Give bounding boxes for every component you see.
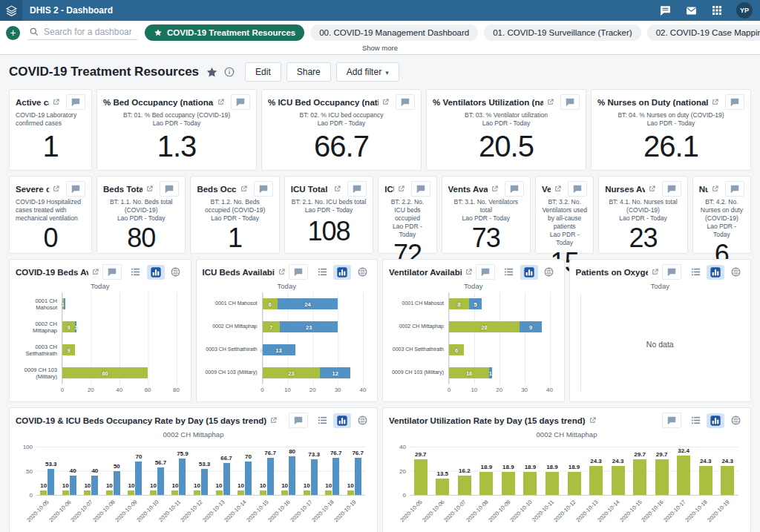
open-in-data-visualizer-icon[interactable] [278,268,286,276]
bar-segment[interactable] [64,298,65,309]
open-in-data-visualizer-icon[interactable] [651,268,659,276]
table-view-icon[interactable] [313,265,331,280]
bar[interactable] [458,476,471,495]
comment-icon[interactable] [560,94,580,110]
bar[interactable] [238,490,244,496]
comment-icon[interactable] [662,413,681,428]
open-in-data-visualizer-icon[interactable] [554,185,562,193]
table-view-icon[interactable] [500,265,518,280]
bar[interactable] [289,456,295,495]
bar[interactable] [633,459,646,495]
map-view-icon[interactable] [727,265,744,280]
open-in-data-visualizer-icon[interactable] [465,268,473,276]
bar[interactable] [677,456,690,495]
comment-icon[interactable] [725,94,744,110]
bar[interactable] [721,466,734,495]
open-in-data-visualizer-icon[interactable] [52,185,60,193]
dhis2-logo-icon[interactable] [0,0,22,21]
map-view-icon[interactable] [353,265,371,280]
bar[interactable] [546,472,559,495]
star-favorite-icon[interactable] [206,66,218,79]
bar-segment[interactable]: 8 [449,298,469,309]
bar[interactable] [40,490,47,496]
bar[interactable] [267,458,274,495]
bar[interactable] [260,490,266,496]
open-in-data-visualizer-icon[interactable] [397,185,405,193]
bar[interactable] [479,472,493,495]
bar[interactable] [62,490,69,496]
chart-view-icon[interactable] [333,413,351,428]
open-in-data-visualizer-icon[interactable] [52,98,60,106]
bar[interactable] [135,462,142,496]
comment-icon[interactable] [396,94,415,110]
chart-view-icon[interactable] [707,265,724,280]
bar-segment[interactable]: 1 [489,367,491,378]
messages-icon[interactable] [684,4,698,17]
chart-view-icon[interactable] [147,265,165,280]
map-view-icon[interactable] [353,413,371,428]
bar[interactable] [48,469,54,495]
open-in-data-visualizer-icon[interactable] [269,416,278,424]
chart-view-icon[interactable] [707,413,724,428]
bar[interactable] [171,490,178,496]
open-in-data-visualizer-icon[interactable] [381,98,390,106]
open-in-data-visualizer-icon[interactable] [491,185,499,193]
add-dashboard-button[interactable]: + [6,26,20,40]
bar[interactable] [91,476,98,495]
comment-icon[interactable] [231,94,250,110]
user-avatar[interactable]: YP [736,2,753,19]
open-in-data-visualizer-icon[interactable] [546,98,554,106]
comment-icon[interactable] [568,181,587,197]
comment-icon[interactable] [505,181,524,197]
bar[interactable] [568,472,581,495]
comment-icon[interactable] [160,181,179,197]
bar[interactable] [304,490,310,496]
comment-icon[interactable] [289,264,308,280]
bar[interactable] [128,490,134,496]
comment-icon[interactable] [102,264,122,280]
bar[interactable] [70,476,76,495]
bar[interactable] [106,490,113,496]
chart-view-icon[interactable] [333,265,351,280]
bar[interactable] [325,490,332,496]
bar[interactable] [502,472,515,495]
bar-segment[interactable]: 6 [263,298,278,309]
dashboard-chip[interactable]: 01. COVID-19 Surveillance (Tracker) [484,24,641,41]
bar-segment[interactable]: 12 [320,367,350,378]
bar[interactable] [589,466,603,495]
show-more-button[interactable]: Show more [6,41,754,54]
dashboard-chip[interactable]: COVID-19 Treatment Resources [145,24,304,41]
share-button[interactable]: Share [286,62,331,82]
apps-menu-icon[interactable] [710,4,724,17]
map-view-icon[interactable] [167,265,185,280]
bar[interactable] [157,467,164,495]
bar[interactable] [150,490,157,496]
comment-icon[interactable] [476,264,495,280]
bar-segment[interactable]: 28 [449,321,520,332]
bar-segment[interactable]: 9 [520,321,542,332]
bar[interactable] [114,471,120,496]
bar[interactable] [216,490,223,496]
bar-segment[interactable]: 24 [278,298,338,309]
comment-icon[interactable] [662,181,681,197]
open-in-data-visualizer-icon[interactable] [240,185,248,193]
bar[interactable] [355,458,361,495]
bar-segment[interactable]: 9 [62,321,75,332]
open-in-data-visualizer-icon[interactable] [648,185,656,193]
search-input[interactable] [44,27,131,37]
bar-segment[interactable]: 6 [449,344,464,355]
bar[interactable] [332,458,339,495]
comment-icon[interactable] [411,181,430,197]
bar[interactable] [84,490,91,496]
dashboard-search[interactable] [27,26,137,40]
bar-segment[interactable]: 23 [280,321,338,332]
bar[interactable] [311,459,318,495]
map-view-icon[interactable] [540,265,558,280]
open-in-data-visualizer-icon[interactable] [91,268,99,276]
bar-segment[interactable]: 60 [62,367,148,378]
comment-icon[interactable] [66,94,85,110]
add-filter-button[interactable]: Add filter▾ [336,62,399,82]
table-view-icon[interactable] [313,413,331,428]
chart-view-icon[interactable] [520,265,538,280]
open-in-data-visualizer-icon[interactable] [145,185,154,193]
